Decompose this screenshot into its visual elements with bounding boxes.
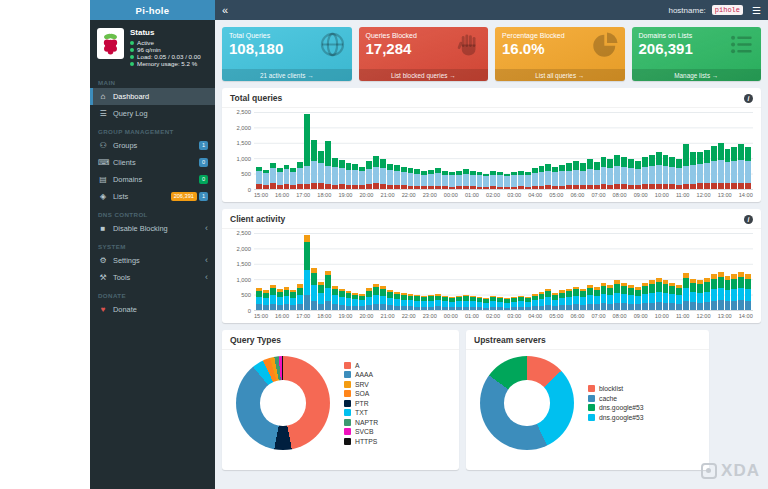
- bar: [649, 233, 655, 310]
- card-footer-link[interactable]: List blocked queries →: [359, 69, 489, 81]
- x-axis-label: 17:00: [296, 313, 310, 319]
- bar: [442, 233, 448, 310]
- panel-title: Total queries: [230, 93, 282, 103]
- count-badge: 0: [199, 158, 208, 166]
- legend-item[interactable]: AAAA: [344, 371, 378, 378]
- legend-item[interactable]: cache: [588, 395, 644, 402]
- main-content: Total Queries108,18021 active clients →Q…: [215, 20, 768, 489]
- bar: [490, 112, 496, 189]
- y-axis-label: 2,000: [236, 125, 251, 131]
- y-axis-label: 1,000: [236, 277, 251, 283]
- x-axis-label: 09:00: [634, 313, 648, 319]
- sidebar-item-clients[interactable]: ⌨Clients0: [90, 154, 215, 171]
- bar: [697, 233, 703, 310]
- sidebar-item-disable-blocking[interactable]: ■Disable Blocking‹: [90, 220, 215, 237]
- bar: [373, 233, 379, 310]
- chevron-left-icon: ‹: [205, 273, 208, 282]
- bar: [284, 233, 290, 310]
- count-badge: 0: [199, 175, 208, 183]
- legend-label: NAPTR: [355, 419, 378, 426]
- bar: [704, 112, 710, 189]
- x-axis-label: 10:00: [655, 192, 669, 198]
- bar: [676, 112, 682, 189]
- legend-item[interactable]: SRV: [344, 381, 378, 388]
- total_queries-chart: 2,5002,0001,5001,0005000 15:0016:0017:00…: [230, 112, 753, 198]
- bar: [366, 112, 372, 189]
- x-axis-label: 15:00: [254, 192, 268, 198]
- bar: [290, 233, 296, 310]
- sidebar-item-tools[interactable]: ⚒Tools‹: [90, 269, 215, 286]
- status-label: Active: [137, 39, 154, 46]
- bar: [525, 112, 531, 189]
- info-icon[interactable]: i: [744, 215, 753, 224]
- sidebar-item-domains[interactable]: ▤Domains0: [90, 171, 215, 188]
- card-footer-link[interactable]: List all queries →: [495, 69, 625, 81]
- legend-swatch: [588, 414, 595, 421]
- sidebar-item-donate[interactable]: ♥Donate: [90, 301, 215, 318]
- bar: [290, 112, 296, 189]
- shield-icon: ◈: [98, 192, 108, 201]
- legend-item[interactable]: TXT: [344, 409, 378, 416]
- sidebar-item-settings[interactable]: ⚙Settings‹: [90, 252, 215, 269]
- bar: [470, 112, 476, 189]
- legend-item[interactable]: HTTPS: [344, 438, 378, 445]
- bar: [352, 233, 358, 310]
- bar: [339, 233, 345, 310]
- xda-logo-icon: [701, 463, 717, 479]
- bar: [428, 233, 434, 310]
- bar: [656, 233, 662, 310]
- status-dot-icon: [130, 62, 134, 66]
- bar: [690, 233, 696, 310]
- bar: [346, 233, 352, 310]
- legend-item[interactable]: SVCB: [344, 428, 378, 435]
- legend-item[interactable]: A: [344, 362, 378, 369]
- x-axis-label: 22:00: [402, 192, 416, 198]
- panel-title: Upstream servers: [474, 335, 546, 345]
- card-footer-link[interactable]: 21 active clients →: [222, 69, 352, 81]
- legend-item[interactable]: SOA: [344, 390, 378, 397]
- card-footer-link[interactable]: Manage lists →: [632, 69, 762, 81]
- legend-item[interactable]: NAPTR: [344, 419, 378, 426]
- sidebar-item-query-log[interactable]: ☰Query Log: [90, 105, 215, 122]
- x-axis-label: 13:00: [718, 192, 732, 198]
- sidebar: Status Active96 q/minLoad: 0.05 / 0.03 /…: [90, 20, 215, 489]
- brand-logo[interactable]: Pi-hole: [90, 0, 215, 20]
- y-axis-label: 500: [241, 171, 251, 177]
- legend-item[interactable]: dns.google#53: [588, 404, 644, 411]
- bar: [649, 112, 655, 189]
- hamburger-menu-icon[interactable]: ☰: [752, 5, 761, 16]
- legend-swatch: [344, 390, 351, 397]
- legend-item[interactable]: blocklist: [588, 385, 644, 392]
- total-queries-plot: [254, 112, 753, 190]
- legend-item[interactable]: dns.google#53: [588, 414, 644, 421]
- bar: [359, 112, 365, 189]
- bar: [690, 112, 696, 189]
- bar: [559, 112, 565, 189]
- bar: [311, 112, 317, 189]
- info-icon[interactable]: i: [744, 94, 753, 103]
- status-dot-icon: [130, 48, 134, 52]
- bar: [456, 233, 462, 310]
- legend-item[interactable]: PTR: [344, 400, 378, 407]
- bar: [497, 233, 503, 310]
- total-queries-panel: Total queries i 2,5002,0001,5001,0005000…: [222, 88, 761, 202]
- client_activity-chart: 2,5002,0001,5001,0005000 15:0016:0017:00…: [230, 233, 753, 319]
- x-axis-label: 16:00: [275, 313, 289, 319]
- sidebar-item-label: Settings: [113, 256, 140, 265]
- sidebar-item-dashboard[interactable]: ⌂Dashboard: [90, 88, 215, 105]
- sidebar-collapse-button[interactable]: «: [222, 5, 228, 16]
- bar: [456, 112, 462, 189]
- bar: [449, 112, 455, 189]
- x-axis-label: 00:00: [444, 313, 458, 319]
- sidebar-item-groups[interactable]: ⚇Groups1: [90, 137, 215, 154]
- legend-swatch: [344, 409, 351, 416]
- badge-group: 0: [199, 175, 208, 183]
- sidebar-item-lists[interactable]: ◈Lists206,3911: [90, 188, 215, 205]
- xda-logo-text: XDA: [721, 461, 760, 481]
- bar: [573, 112, 579, 189]
- legend-label: PTR: [355, 400, 369, 407]
- x-axis-label: 20:00: [359, 313, 373, 319]
- legend-swatch: [344, 400, 351, 407]
- x-axis-label: 21:00: [381, 313, 395, 319]
- status-label: 96 q/min: [137, 46, 161, 53]
